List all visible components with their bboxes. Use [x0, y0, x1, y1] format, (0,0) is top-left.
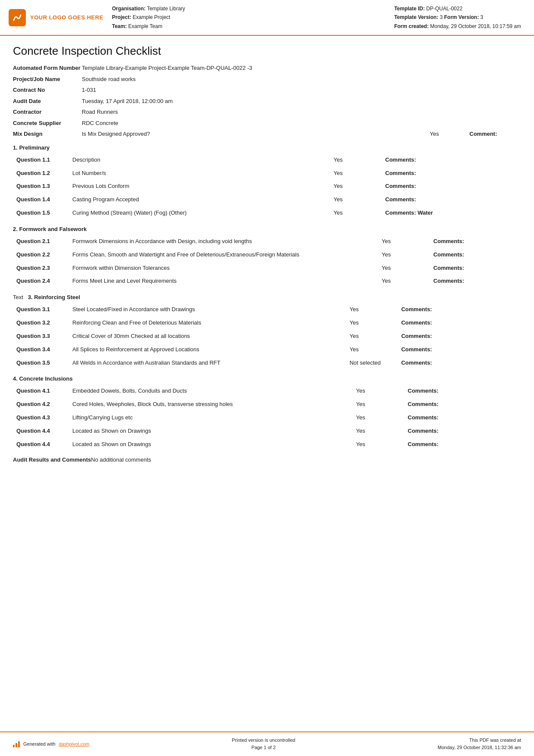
question-id: Question 4.1 [13, 384, 69, 398]
question-desc: Located as Shown on Drawings [69, 425, 353, 438]
table-row: Question 3.1 Steel Located/Fixed in Acco… [13, 303, 521, 316]
question-id: Question 1.1 [13, 153, 69, 167]
content: Concrete Inspection Checklist Automated … [0, 36, 534, 731]
header-right: Template ID: DP-QUAL-0022 Template Versi… [394, 4, 521, 31]
info-fields: Automated Form NumberTemplate Library-Ex… [13, 64, 521, 127]
question-id: Question 4.4 [13, 438, 69, 451]
table-row: Question 1.4 Casting Program Accepted Ye… [13, 193, 521, 206]
field-value: Road Runners [82, 108, 521, 116]
table-row: Question 2.1 Formwork Dimensions in Acco… [13, 235, 521, 248]
mix-design-row: Mix Design Is Mix Designed Approved? Yes… [13, 130, 521, 138]
question-comment: Comments: [404, 398, 521, 411]
question-desc: Formwork Dimensions in Accordance with D… [69, 235, 378, 248]
table-row: Question 2.4 Forms Meet Line and Level R… [13, 275, 521, 288]
section-text-value: 3. Reinforcing Steel [28, 294, 80, 300]
question-comment: Comments: [404, 425, 521, 438]
question-desc: Lot Number/s [69, 167, 330, 180]
question-comment: Comments: [382, 153, 521, 167]
template-version-label: Template Version: [394, 14, 438, 20]
question-answer: Yes [353, 398, 404, 411]
info-row: Audit DateTuesday, 17 April 2018, 12:00:… [13, 97, 521, 106]
section-heading: Text 3. Reinforcing Steel [13, 294, 521, 300]
question-comment: Comments: [382, 180, 521, 193]
question-id: Question 4.2 [13, 398, 69, 411]
template-id-value: DP-QUAL-0022 [426, 6, 463, 12]
question-answer: Yes [378, 235, 430, 248]
footer: Generated with dashpivot.com Printed ver… [0, 731, 534, 756]
footer-center-line2: Page 1 of 2 [232, 744, 295, 752]
field-label: Contractor [13, 108, 82, 116]
question-id: Question 4.3 [13, 411, 69, 425]
table-row: Question 1.2 Lot Number/s Yes Comments: [13, 167, 521, 180]
bar1 [13, 745, 15, 747]
question-id: Question 1.5 [13, 206, 69, 220]
table-row: Question 2.2 Forms Clean, Smooth and Wat… [13, 248, 521, 262]
question-desc: Casting Program Accepted [69, 193, 330, 206]
question-answer: Not selected [346, 356, 398, 370]
question-comment: Comments: [398, 330, 521, 343]
dashpivot-link[interactable]: dashpivot.com [59, 741, 90, 747]
question-desc: Curing Method (Stream) (Water) (Fog) (Ot… [69, 206, 330, 220]
question-comment: Comments: [382, 193, 521, 206]
question-comment: Comments: [430, 235, 521, 248]
project-label: Project: [112, 14, 131, 20]
team-label: Team: [112, 23, 127, 29]
question-answer: Yes [353, 384, 404, 398]
question-comment: Comments: Water [382, 206, 521, 220]
question-id: Question 2.1 [13, 235, 69, 248]
org-value: Template Library [147, 6, 185, 12]
header: YOUR LOGO GOES HERE Organisation: Templa… [0, 0, 534, 36]
table-row: Question 1.5 Curing Method (Stream) (Wat… [13, 206, 521, 220]
question-desc: Critical Cover of 30mm Checked at all lo… [69, 330, 346, 343]
mix-design-comment: Comment: [469, 130, 521, 138]
question-comment: Comments: [398, 356, 521, 370]
table-row: Question 3.5 All Welds in Accordance wit… [13, 356, 521, 370]
form-created-label: Form created: [394, 23, 428, 29]
section-heading: 2. Formwork and Falsework [13, 226, 521, 232]
mix-design-answer: Yes [426, 130, 469, 138]
question-desc: Forms Clean, Smooth and Watertight and F… [69, 248, 378, 262]
question-comment: Comments: [398, 316, 521, 330]
header-meta: Organisation: Template Library Project: … [112, 4, 385, 31]
field-value: Tuesday, 17 April 2018, 12:00:00 am [82, 97, 521, 106]
question-comment: Comments: [404, 411, 521, 425]
question-answer: Yes [330, 193, 382, 206]
field-label: Automated Form Number [13, 64, 82, 72]
page: YOUR LOGO GOES HERE Organisation: Templa… [0, 0, 534, 756]
table-row: Question 3.2 Reinforcing Clean and Free … [13, 316, 521, 330]
question-id: Question 2.4 [13, 275, 69, 288]
question-desc: Lifting/Carrying Lugs etc [69, 411, 353, 425]
question-desc: Description [69, 153, 330, 167]
question-id: Question 1.2 [13, 167, 69, 180]
section-label: Text [13, 294, 28, 300]
question-answer: Yes [346, 303, 398, 316]
question-id: Question 1.3 [13, 180, 69, 193]
question-desc: All Splices to Reinforcement at Approved… [69, 343, 346, 356]
logo-block: YOUR LOGO GOES HERE [9, 4, 103, 31]
question-answer: Yes [353, 411, 404, 425]
field-label: Contract No [13, 86, 82, 94]
team-value: Example Team [128, 23, 162, 29]
logo-text: YOUR LOGO GOES HERE [30, 14, 103, 21]
question-comment: Comments: [430, 248, 521, 262]
bar3 [18, 741, 20, 747]
question-id: Question 4.4 [13, 425, 69, 438]
audit-results-value: No additional comments [91, 456, 521, 464]
question-comment: Comments: [404, 438, 521, 451]
question-comment: Comments: [398, 303, 521, 316]
checklist-table: Question 2.1 Formwork Dimensions in Acco… [13, 235, 521, 288]
template-id-line: Template ID: DP-QUAL-0022 [394, 4, 521, 13]
question-desc: Embedded Dowels, Bolts, Conduits and Duc… [69, 384, 353, 398]
table-row: Question 1.3 Previous Lots Conform Yes C… [13, 180, 521, 193]
table-row: Question 1.1 Description Yes Comments: [13, 153, 521, 167]
question-answer: Yes [330, 153, 382, 167]
info-row: Concrete SupplierRDC Concrete [13, 119, 521, 128]
form-title: Concrete Inspection Checklist [13, 44, 521, 58]
footer-right-line2: Monday, 29 October 2018, 11:32:36 am [438, 744, 521, 752]
footer-bars-icon [13, 740, 20, 747]
question-id: Question 3.1 [13, 303, 69, 316]
question-answer: Yes [346, 316, 398, 330]
footer-center-line1: Printed version is uncontrolled [232, 737, 295, 744]
question-desc: Forms Meet Line and Level Requirements [69, 275, 378, 288]
table-row: Question 4.3 Lifting/Carrying Lugs etc Y… [13, 411, 521, 425]
